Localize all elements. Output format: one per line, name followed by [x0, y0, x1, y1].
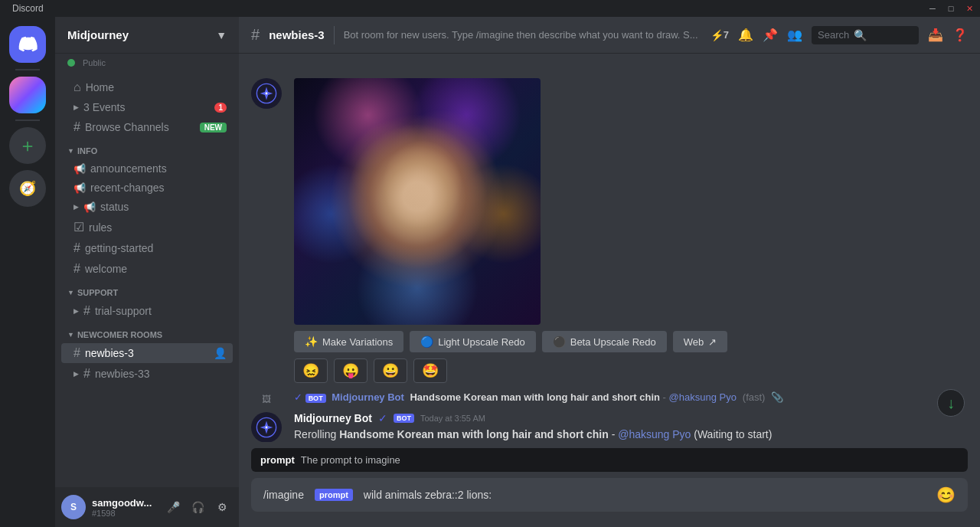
newbies-3-add-person-icon: 👤 [214, 347, 227, 359]
user-settings-button[interactable]: ⚙ [211, 496, 233, 518]
reroll-text: Rerolling Handsome Korean man with long … [294, 427, 968, 442]
announcements-label: announcements [90, 162, 227, 175]
messages-area: ✨ Make Variations 🔵 Light Upscale Redo ⚫… [239, 54, 980, 442]
channel-newbies-33[interactable]: ▶ # newbies-33 [61, 364, 233, 384]
deafen-button[interactable]: 🎧 [187, 496, 208, 518]
status-label: status [100, 201, 227, 213]
server-header[interactable]: Midjourney ▼ [55, 17, 239, 54]
compass-svg-icon-2 [256, 417, 277, 438]
mute-button[interactable]: 🎤 [162, 496, 184, 518]
channel-trial-support[interactable]: ▶ # trial-support [61, 301, 233, 321]
light-upscale-redo-button[interactable]: 🔵 Light Upscale Redo [410, 331, 535, 352]
rules-check-icon: ☑ [74, 220, 84, 234]
newcomer-rooms-category-header[interactable]: ▼ NEWCOMER ROOMS [55, 327, 239, 342]
discover-servers-button[interactable]: 🧭 [9, 170, 46, 207]
events-badge: 1 [214, 103, 227, 113]
angry-emoji: 😖 [302, 362, 319, 379]
msg2-bot-name: Midjourney Bot [332, 391, 404, 403]
grin-emoji: 😀 [382, 362, 399, 379]
online-indicator [67, 59, 75, 67]
compass-svg-icon [256, 83, 277, 104]
add-server-button[interactable]: ＋ [9, 127, 46, 164]
channel-sidebar: Midjourney ▼ Public ⌂ Home ▶ 3 Events 1 [55, 17, 239, 527]
reaction-heart-eyes[interactable]: 🤩 [413, 358, 447, 383]
sparkles-icon: ✨ [305, 336, 318, 348]
reaction-angry[interactable]: 😖 [294, 358, 328, 383]
channel-header: # newbies-3 Bot room for new users. Type… [239, 17, 980, 54]
status-megaphone-icon: 📢 [83, 201, 96, 213]
verified-check: ✓ [294, 391, 302, 403]
pin-button[interactable]: 📌 [763, 28, 778, 42]
home-icon: ⌂ [74, 80, 81, 94]
new-badge: NEW [200, 123, 227, 133]
reroll-verified-icon: ✓ [378, 412, 387, 424]
input-field-prefix-badge: prompt [315, 489, 353, 501]
reroll-dash: - [612, 428, 619, 440]
members-button[interactable]: 👥 [787, 28, 802, 42]
msg2-avatar-area: 🖼 [251, 391, 282, 404]
browse-channels-item[interactable]: # Browse Channels NEW [61, 117, 233, 137]
notification-bell-button[interactable]: 🔔 [738, 28, 753, 42]
msg2-content: ✓ BOT Midjourney Bot Handsome Korean man… [294, 391, 783, 403]
app-container: ＋ 🧭 Midjourney ▼ Public ⌂ Home [0, 17, 980, 527]
status-arrow-icon: ▶ [74, 203, 79, 211]
beta-upscale-redo-button[interactable]: ⚫ Beta Upscale Redo [542, 331, 667, 352]
bot-badge-small: BOT [305, 394, 326, 403]
events-nav-item[interactable]: ▶ 3 Events 1 [61, 98, 233, 116]
reroll-message-content: Midjourney Bot ✓ BOT Today at 3:55 AM Re… [294, 412, 968, 442]
thread-count: ⚡ 7 [710, 29, 729, 41]
user-avatar: S [61, 495, 86, 519]
support-chevron-icon: ▼ [67, 289, 74, 296]
web-button[interactable]: Web ↗ [673, 331, 728, 352]
search-bar[interactable]: Search 🔍 [812, 26, 919, 44]
scroll-down-icon: ↓ [947, 394, 955, 412]
discord-logo-icon [17, 34, 38, 55]
newbies-33-hash-icon: # [83, 367, 90, 381]
trial-support-label: trial-support [95, 305, 227, 317]
inbox-button[interactable]: 📥 [928, 28, 943, 42]
home-nav-item[interactable]: ⌂ Home [61, 77, 233, 97]
channel-rules[interactable]: ☑ rules [61, 217, 233, 237]
prompt-strong-text: Handsome Korean man with long hair and s… [410, 391, 659, 403]
help-button[interactable]: ❓ [952, 28, 968, 42]
channel-getting-started[interactable]: # getting-started [61, 238, 233, 258]
discord-home-button[interactable] [9, 26, 46, 63]
scroll-to-bottom-button[interactable]: ↓ [937, 389, 965, 417]
thread-icon: ⚡ [710, 29, 724, 41]
recent-changes-label: recent-changes [90, 182, 227, 194]
username-label: samgoodw... [92, 497, 156, 509]
maximize-button[interactable]: □ [946, 4, 956, 13]
user-info: samgoodw... #1598 [92, 497, 156, 518]
tongue-emoji: 😛 [342, 362, 359, 379]
add-icon: ＋ [18, 133, 37, 158]
channel-newbies-3[interactable]: # newbies-3 👤 [61, 343, 233, 363]
prompt-placeholder: The prompt to imagine [301, 454, 400, 466]
close-button[interactable]: ✕ [965, 4, 974, 13]
imagine-input[interactable] [358, 481, 930, 509]
make-variations-button[interactable]: ✨ Make Variations [294, 331, 403, 352]
support-category-header[interactable]: ▼ SUPPORT [55, 285, 239, 300]
reaction-grin[interactable]: 😀 [374, 358, 407, 383]
midjourney-server-icon[interactable] [9, 77, 46, 113]
trial-support-arrow-icon: ▶ [74, 307, 79, 315]
rules-label: rules [89, 221, 227, 234]
browse-hash-icon: # [74, 120, 80, 134]
info-category-header[interactable]: ▼ INFO [55, 143, 239, 159]
minimize-button[interactable]: ─ [928, 4, 937, 13]
welcome-hash-icon: # [74, 262, 80, 276]
welcome-label: welcome [85, 263, 227, 275]
channel-announcements[interactable]: 📢 announcements [61, 159, 233, 178]
emoji-picker-button[interactable]: 😊 [936, 486, 956, 504]
generated-image-inner [294, 78, 541, 325]
generated-image [294, 78, 541, 325]
channel-status[interactable]: ▶ 📢 status [61, 198, 233, 216]
header-divider [334, 26, 335, 44]
channel-welcome[interactable]: # welcome [61, 259, 233, 279]
server-divider-1 [15, 69, 40, 70]
server-status-text: Public [83, 58, 106, 67]
portrait-overlay [294, 78, 541, 325]
info-category-label: INFO [77, 146, 97, 155]
channel-recent-changes[interactable]: 📢 recent-changes [61, 178, 233, 197]
reaction-tongue[interactable]: 😛 [334, 358, 368, 383]
light-upscale-label: Light Upscale Redo [438, 336, 524, 348]
